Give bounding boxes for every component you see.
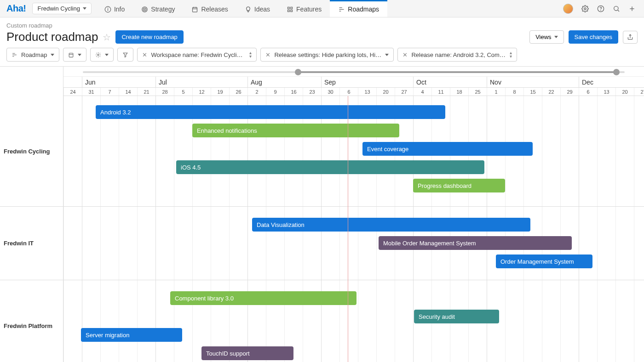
star-icon[interactable]: ☆	[103, 32, 111, 43]
tab-info[interactable]: Info	[96, 0, 133, 17]
slider-handle-right[interactable]	[613, 69, 620, 75]
tab-label: Strategy	[151, 6, 175, 13]
gantt-bar[interactable]: Mobile Order Management System	[379, 236, 572, 250]
day-header: 2431714212851219262916233061320274111825…	[63, 88, 644, 96]
day-label: 24	[63, 88, 82, 96]
day-label: 8	[505, 88, 523, 96]
range-slider[interactable]	[63, 67, 644, 77]
gear-icon[interactable]	[581, 5, 589, 12]
chevron-down-icon	[83, 7, 86, 10]
release-name-filter[interactable]: ✕ Release name: Android 3.2, Compone… ▴▾	[397, 48, 517, 62]
gantt-bar[interactable]: Server migration	[81, 328, 182, 342]
tab-releases[interactable]: Releases	[183, 0, 236, 17]
roadmap-icon	[338, 6, 345, 13]
gantt-bar[interactable]: Event coverage	[362, 142, 533, 156]
workspace-selector[interactable]: Fredwin Cycling	[32, 3, 91, 14]
day-label: 23	[303, 88, 321, 96]
bulb-icon	[245, 6, 252, 13]
tab-label: Roadmaps	[348, 6, 379, 13]
timeline: Fredwin CyclingFredwin ITFredwin Platfor…	[0, 66, 644, 362]
gantt-bar[interactable]: Order Management System	[496, 255, 592, 268]
gantt-bar[interactable]: TouchID support	[201, 346, 293, 360]
breadcrumb: Custom roadmap	[6, 22, 638, 29]
chevron-down-icon	[78, 54, 81, 56]
gantt-bar[interactable]: Progress dashboard	[413, 179, 505, 192]
svg-point-19	[601, 10, 601, 11]
filter-text: Release settings: Hide parking lots, Hid…	[274, 51, 381, 58]
clear-icon[interactable]: ✕	[265, 51, 270, 58]
tab-features[interactable]: Features	[278, 0, 330, 17]
views-button[interactable]: Views	[529, 30, 564, 44]
chevron-down-icon	[105, 54, 109, 56]
tab-label: Features	[296, 6, 322, 13]
gantt-bar[interactable]: Security audit	[414, 310, 499, 323]
clear-icon[interactable]: ✕	[402, 51, 408, 58]
day-label: 28	[155, 88, 174, 96]
svg-rect-10	[288, 7, 290, 9]
group-label: Fredwin Cycling	[0, 96, 63, 206]
settings-dropdown[interactable]	[90, 48, 114, 62]
day-label: 6	[339, 88, 358, 96]
button-label: Views	[535, 34, 551, 40]
filter-bar: Roadmap ✕ Workspace name: Fredwin Cyclin…	[0, 48, 644, 66]
gantt-grid[interactable]: Android 3.2Enhanced notificationsEvent c…	[63, 96, 644, 362]
today-marker	[348, 96, 348, 362]
filter-button[interactable]	[117, 48, 133, 62]
day-label: 13	[358, 88, 376, 96]
tab-ideas[interactable]: Ideas	[236, 0, 278, 17]
button-label: Save changes	[575, 34, 612, 40]
svg-rect-6	[193, 7, 197, 12]
help-icon[interactable]	[597, 5, 604, 12]
svg-rect-13	[291, 10, 293, 11]
day-label: 18	[450, 88, 468, 96]
plus-icon[interactable]	[628, 5, 636, 12]
share-icon	[627, 34, 633, 40]
month-label: Jun	[82, 77, 155, 87]
filter-text: Release name: Android 3.2, Compone…	[411, 51, 506, 58]
gantt-bar[interactable]: Data Visualization	[252, 218, 530, 232]
tab-strategy[interactable]: Strategy	[133, 0, 183, 17]
day-label: 27	[634, 88, 644, 96]
timeline-canvas: JunJulAugSepOctNovDec 243171421285121926…	[63, 67, 644, 362]
select-icon: ▴▾	[510, 51, 512, 58]
gantt-bar[interactable]: Android 3.2	[96, 105, 445, 119]
info-icon	[104, 6, 111, 13]
month-label: Jul	[155, 77, 247, 87]
workspace-name-label: Fredwin Cycling	[37, 5, 80, 12]
day-label: 15	[523, 88, 542, 96]
gear-icon	[95, 52, 101, 58]
roadmap-dropdown[interactable]: Roadmap	[6, 48, 59, 62]
date-dropdown[interactable]	[63, 48, 86, 62]
tab-roadmaps[interactable]: Roadmaps	[330, 0, 387, 17]
day-label: 2	[247, 88, 266, 96]
workspace-filter[interactable]: ✕ Workspace name: Fredwin Cycling, Fr… ▴…	[137, 48, 257, 62]
chevron-down-icon	[51, 54, 54, 56]
save-changes-button[interactable]: Save changes	[569, 30, 618, 44]
day-label: 11	[431, 88, 450, 96]
top-nav: Aha! Fredwin Cycling Info Strategy Relea…	[0, 0, 644, 17]
gantt-bar[interactable]: iOS 4.5	[176, 160, 484, 174]
svg-marker-31	[124, 53, 128, 57]
day-label: 26	[229, 88, 247, 96]
gantt-bar[interactable]: Component library 3.0	[170, 291, 356, 305]
share-button[interactable]	[623, 31, 638, 44]
day-label: 7	[100, 88, 119, 96]
day-label: 5	[174, 88, 192, 96]
slider-handle-left[interactable]	[295, 69, 301, 75]
month-header: JunJulAugSepOctNovDec	[63, 77, 644, 88]
funnel-icon	[122, 52, 128, 58]
create-roadmap-button[interactable]: Create new roadmap	[115, 30, 183, 44]
gantt-row-group: Android 3.2Enhanced notificationsEvent c…	[63, 96, 644, 206]
release-settings-filter[interactable]: ✕ Release settings: Hide parking lots, H…	[260, 48, 394, 62]
month-label: Sep	[321, 77, 413, 87]
day-label: 16	[284, 88, 303, 96]
calendar-icon	[68, 52, 74, 58]
gantt-bar[interactable]: Enhanced notifications	[192, 124, 399, 137]
svg-point-5	[144, 9, 145, 9]
chevron-down-icon	[554, 36, 558, 38]
avatar[interactable]	[563, 4, 573, 14]
clear-icon[interactable]: ✕	[142, 51, 147, 58]
search-icon[interactable]	[613, 5, 620, 12]
day-label: 27	[395, 88, 413, 96]
month-label: Aug	[247, 77, 321, 87]
